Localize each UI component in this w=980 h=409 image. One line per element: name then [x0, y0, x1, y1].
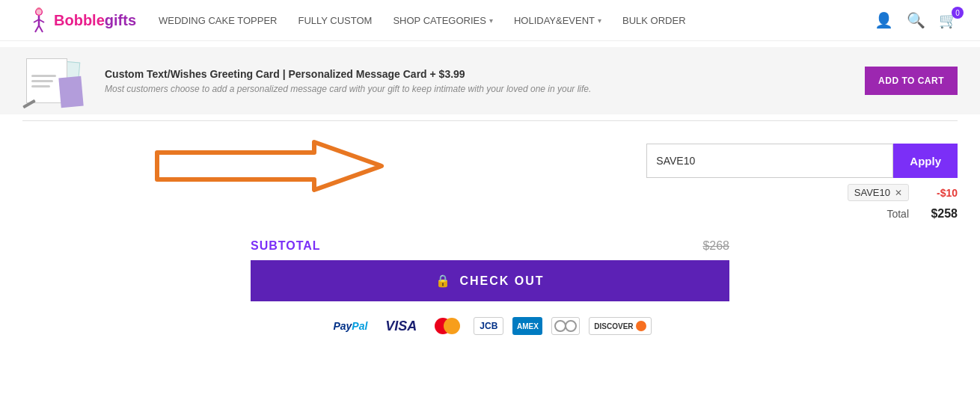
svg-marker-8	[157, 142, 382, 190]
cart-icon[interactable]: 🛒 0	[939, 11, 958, 29]
greeting-card-title: Custom Text/Wishes Greeting Card | Perso…	[105, 68, 850, 80]
logo-icon	[22, 6, 51, 34]
payment-methods: PayPal VISA JCB AMEX DISCOVER	[328, 316, 651, 336]
coupon-input-row: Apply	[646, 144, 958, 178]
card-line	[31, 80, 53, 82]
checkout-label: CHECK OUT	[459, 274, 544, 288]
checkout-section: SUBTOTAL $268 🔒 CHECK OUT PayPal VISA JC…	[0, 239, 980, 351]
coupon-section: Apply SAVE10 ✕ -$10 Total $258	[0, 121, 980, 236]
logo-gifts: gifts	[105, 12, 136, 28]
greeting-card-image	[22, 55, 90, 107]
svg-point-7	[37, 10, 42, 15]
amex-icon: AMEX	[512, 317, 542, 335]
lock-icon: 🔒	[435, 274, 452, 288]
header: Bobblegifts WEDDING CAKE TOPPER FULLY CU…	[0, 0, 980, 41]
coupon-tag: SAVE10 ✕	[848, 184, 909, 201]
arrow-container	[150, 136, 613, 196]
paypal-icon: PayPal	[328, 316, 372, 336]
arrow-icon	[150, 136, 389, 196]
nav-bulk-order[interactable]: BULK ORDER	[622, 15, 686, 26]
greeting-info: Custom Text/Wishes Greeting Card | Perso…	[105, 68, 850, 94]
greeting-card-banner: Custom Text/Wishes Greeting Card | Perso…	[0, 47, 980, 114]
discount-row: SAVE10 ✕ -$10	[646, 184, 958, 201]
user-icon[interactable]: 👤	[875, 11, 893, 29]
mastercard-icon	[430, 316, 465, 336]
total-row: Total $258	[646, 207, 958, 221]
logo-bobble: Bobble	[54, 12, 105, 28]
subtotal-label: SUBTOTAL	[251, 239, 321, 253]
nav-shop-categories[interactable]: SHOP CATEGORIES ▾	[393, 15, 493, 26]
cart-badge: 0	[952, 7, 964, 19]
total-label: Total	[886, 208, 909, 220]
checkout-button[interactable]: 🔒 CHECK OUT	[251, 260, 729, 301]
nav-holiday-event[interactable]: HOLIDAY&EVENT ▾	[514, 15, 601, 26]
apply-button[interactable]: Apply	[893, 144, 958, 178]
greeting-card-description: Most customers choose to add a personali…	[105, 84, 850, 94]
subtotal-row: SUBTOTAL $268	[251, 239, 729, 253]
add-to-cart-button[interactable]: ADD TO CART	[865, 67, 958, 95]
svg-line-4	[35, 25, 39, 32]
svg-line-5	[39, 25, 43, 32]
chevron-down-icon: ▾	[489, 16, 493, 25]
coupon-input[interactable]	[646, 144, 893, 178]
chevron-down-icon: ▾	[598, 16, 601, 25]
visa-icon: VISA	[381, 316, 421, 336]
main-nav: WEDDING CAKE TOPPER FULLY CUSTOM SHOP CA…	[159, 15, 875, 26]
card-line	[31, 85, 50, 87]
total-amount: $258	[924, 207, 958, 221]
coupon-right-panel: Apply SAVE10 ✕ -$10 Total $258	[646, 144, 958, 221]
search-icon[interactable]: 🔍	[907, 11, 925, 29]
discover-icon: DISCOVER	[589, 317, 651, 335]
header-icons: 👤 🔍 🛒 0	[875, 11, 958, 29]
card-line	[31, 75, 56, 77]
nav-fully-custom[interactable]: FULLY CUSTOM	[298, 15, 372, 26]
jcb-icon: JCB	[474, 317, 503, 335]
diners-club-icon	[551, 317, 580, 335]
subtotal-amount: $268	[702, 239, 729, 253]
coupon-code-label: SAVE10	[854, 187, 890, 198]
nav-wedding-cake-topper[interactable]: WEDDING CAKE TOPPER	[159, 15, 277, 26]
remove-coupon-button[interactable]: ✕	[895, 188, 902, 198]
logo[interactable]: Bobblegifts	[22, 6, 136, 34]
discount-amount: -$10	[924, 187, 958, 199]
purple-card	[58, 76, 83, 108]
